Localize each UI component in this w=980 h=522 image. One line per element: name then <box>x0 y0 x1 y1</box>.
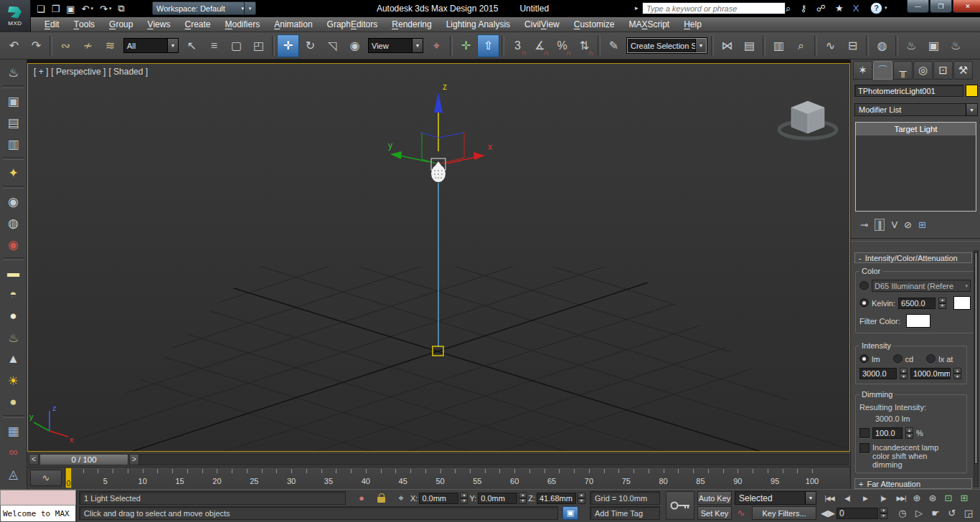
rendered-frame-window-icon[interactable]: ▣ <box>4 92 24 110</box>
menu-help[interactable]: Help <box>677 17 709 32</box>
toggle-set-key-mode-button[interactable] <box>666 491 694 520</box>
tab-display[interactable]: ⊡ <box>933 61 953 80</box>
workspace-dropdown[interactable]: Workspace: Default ▾ <box>152 1 248 15</box>
previous-frame-icon[interactable]: ◀| <box>839 491 856 505</box>
curve-editor-icon[interactable]: ∿ <box>819 34 842 57</box>
angle-snap-icon[interactable]: ∡∩ <box>529 34 551 57</box>
show-end-result-icon[interactable]: ∥ <box>875 219 885 231</box>
lx-distance-spinner-field[interactable]: 1000.0mm <box>910 368 951 379</box>
x-coordinate-field[interactable]: 0.0mm <box>419 493 458 504</box>
select-and-move-icon[interactable]: ✛ <box>277 34 299 57</box>
unlink-selection-icon[interactable]: ≁ <box>77 34 99 57</box>
pan-view-icon[interactable]: ☛ <box>928 506 943 520</box>
intensity-spinner-field[interactable]: 3000.0 <box>859 368 897 379</box>
communication-center-icon[interactable]: ☍ <box>814 1 828 16</box>
spot-light-icon[interactable]: ▲ <box>4 350 24 369</box>
y-spinner-arrows[interactable]: ▴▾ <box>519 493 527 504</box>
add-time-tag[interactable]: Add Time Tag <box>590 506 660 520</box>
sphere-light-icon[interactable]: ● <box>4 393 24 412</box>
photometric-light-icon[interactable] <box>431 158 446 182</box>
current-frame-marker[interactable]: 0 <box>65 468 72 488</box>
restore-button[interactable]: ❐ <box>930 0 952 13</box>
help-icon[interactable]: ? <box>870 2 882 14</box>
open-file-icon[interactable]: ❐ <box>50 1 62 16</box>
molecule-tool-icon[interactable]: ∞ <box>4 443 24 462</box>
help-button[interactable]: ? ▾ <box>870 2 887 14</box>
edit-named-selection-sets-icon[interactable]: ✎ <box>603 34 625 57</box>
z-spinner-arrows[interactable]: ▴▾ <box>578 493 585 504</box>
keyboard-override-icon[interactable]: ⇧ <box>477 34 499 57</box>
menu-edit[interactable]: Edit <box>37 17 67 32</box>
target-light-object[interactable] <box>433 183 443 356</box>
unit-cd-radio[interactable] <box>893 354 903 364</box>
macro-recorder-pane[interactable] <box>0 490 76 506</box>
walkthrough-camera-icon[interactable]: ◍ <box>4 214 24 232</box>
menu-rendering[interactable]: Rendering <box>385 17 438 32</box>
field-of-view-icon[interactable]: ▷ <box>912 506 926 520</box>
panel-scrollbar[interactable] <box>974 250 979 487</box>
stereo-camera-icon[interactable]: ◉ <box>4 235 24 254</box>
d65-illuminant-dropdown[interactable]: D65 Illuminant (Refere ▾ <box>872 280 971 292</box>
toolbar-options-dropdown[interactable]: ▾ <box>244 1 256 15</box>
auto-key-button[interactable]: Auto Key <box>697 491 732 505</box>
viewport-shading-menu[interactable]: [ Shaded ] <box>108 67 148 77</box>
tab-modify[interactable]: ⌒ <box>873 61 892 80</box>
rollout-far-attenuation[interactable]: + Far Attenuation <box>854 478 972 489</box>
zoom-extents-icon[interactable]: ⊡ <box>941 491 956 505</box>
unit-lm-radio[interactable] <box>859 354 869 364</box>
wire-teapot-light-icon[interactable]: ♨ <box>4 328 24 347</box>
exchange-apps-icon[interactable]: X <box>851 1 862 16</box>
zoom-extents-all-icon[interactable]: ⊞ <box>957 491 971 505</box>
camera-from-view-icon[interactable]: ◬ <box>4 465 24 483</box>
select-and-place-icon[interactable]: ◉ <box>344 34 366 57</box>
rollout-intensity-color-attenuation[interactable]: - Intensity/Color/Attenuation <box>854 252 972 263</box>
select-by-name-icon[interactable]: ≡ <box>203 34 225 57</box>
bind-to-space-warp-icon[interactable]: ≋ <box>99 34 121 57</box>
schematic-view-icon[interactable]: ⊟ <box>842 34 864 57</box>
percent-snap-icon[interactable]: %∩ <box>551 34 573 57</box>
reference-coordinate-dropdown[interactable]: View▼ <box>368 38 423 53</box>
play-animation-icon[interactable]: ▶ <box>857 491 874 505</box>
material-editor-icon[interactable]: ◍ <box>871 34 893 57</box>
incandescent-checkbox[interactable] <box>859 443 870 453</box>
object-color-swatch[interactable] <box>966 85 978 97</box>
menu-lighting-analysis[interactable]: Lighting Analysis <box>439 17 517 32</box>
lx-distance-spinner-arrows[interactable]: ▴▾ <box>953 368 961 379</box>
menu-views[interactable]: Views <box>140 17 177 32</box>
unit-lx-at-radio[interactable] <box>926 354 936 364</box>
time-slider-track[interactable] <box>139 454 849 465</box>
select-and-link-icon[interactable]: ∾ <box>55 34 77 57</box>
render-flyout-icon[interactable]: ♨ <box>4 63 24 82</box>
spinner-snap-icon[interactable]: ⇅∩ <box>573 34 595 57</box>
select-and-scale-icon[interactable]: ◹ <box>321 34 344 57</box>
next-frame-slider-button[interactable]: > <box>129 454 139 465</box>
make-unique-icon[interactable]: V <box>891 219 897 230</box>
menu-civil-view[interactable]: Civil View <box>517 17 567 32</box>
remove-modifier-icon[interactable]: ⊘ <box>904 219 912 230</box>
default-in-out-tangents-icon[interactable]: ∿ <box>734 506 748 520</box>
intensity-spinner-arrows[interactable]: ▴▾ <box>900 368 908 379</box>
rendered-frame-window-icon[interactable]: ▣ <box>923 34 945 57</box>
redo-icon[interactable]: ↷▾ <box>98 1 113 16</box>
current-frame-field[interactable]: 0 <box>837 508 878 519</box>
select-and-manipulate-icon[interactable]: ✛ <box>455 34 477 57</box>
x-spinner-arrows[interactable]: ▴▾ <box>460 493 468 504</box>
track-bar-ruler[interactable]: 5101520253035404550556065707580859095100… <box>65 468 849 489</box>
modifier-list-dropdown[interactable]: Modifier List ▼ <box>854 103 978 116</box>
d65-radio[interactable] <box>859 281 869 290</box>
render-setup-icon[interactable]: ♨ <box>900 34 923 57</box>
light-array-icon[interactable]: ▦ <box>4 422 24 440</box>
kelvin-spinner-field[interactable]: 6500.0 <box>898 298 936 309</box>
infocenter-search-input[interactable] <box>642 2 786 14</box>
time-configuration-icon[interactable]: ◷ <box>895 506 910 520</box>
dome-light-icon[interactable]: ◓ <box>4 285 24 304</box>
time-slider-handle[interactable]: 0 / 100 <box>39 454 128 465</box>
menu-create[interactable]: Create <box>177 17 217 32</box>
transform-type-in-icon[interactable]: ⌖ <box>394 491 408 505</box>
light-lister-icon[interactable]: ✦ <box>4 163 24 182</box>
go-to-start-icon[interactable]: |◀◀ <box>821 491 838 505</box>
menu-animation[interactable]: Animation <box>267 17 319 32</box>
undo-icon[interactable]: ↶ <box>3 34 25 57</box>
next-frame-icon[interactable]: |▶ <box>875 491 892 505</box>
y-coordinate-field[interactable]: 0.0mm <box>478 493 517 504</box>
